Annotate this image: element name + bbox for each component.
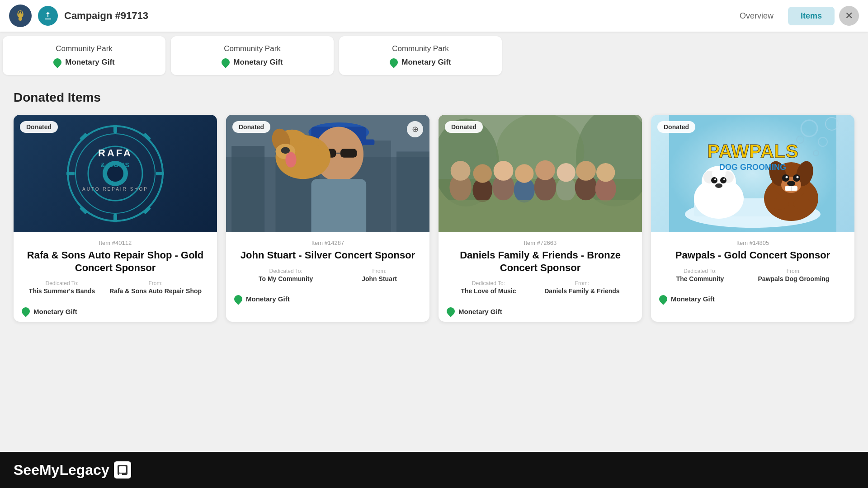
top-card-3: Community Park Monetary Gift: [339, 36, 502, 75]
pin-icon-3: [388, 56, 399, 68]
svg-point-49: [473, 164, 492, 183]
pin-icon-footer-1: [20, 305, 31, 317]
item-meta-2: Dedicated To: To My Community From: John…: [234, 268, 421, 282]
svg-point-51: [494, 161, 514, 181]
items-grid: RAFA & SONS AUTO REPAIR SHOP Donated Ite…: [14, 115, 854, 322]
top-card-3-location: Community Park: [392, 44, 449, 53]
item-body-2: Item #14287 John Stuart - Silver Concert…: [226, 232, 429, 291]
item-card-1[interactable]: RAFA & SONS AUTO REPAIR SHOP Donated Ite…: [14, 115, 217, 322]
svg-point-100: [771, 198, 789, 210]
svg-point-40: [285, 152, 296, 168]
item-name-1: Rafa & Sons Auto Repair Shop - Gold Conc…: [22, 249, 209, 274]
header-left: Campaign #91713: [9, 5, 148, 27]
main-content: Donated Items: [0, 80, 868, 331]
svg-point-83: [714, 178, 716, 180]
svg-point-87: [722, 197, 738, 208]
top-card-1: Community Park Monetary Gift: [3, 36, 165, 75]
pin-icon-footer-4: [657, 293, 669, 305]
svg-point-55: [535, 160, 555, 180]
svg-point-101: [793, 198, 811, 210]
top-card-2-gift: Monetary Gift: [222, 58, 283, 67]
item-number-1: Item #40112: [22, 239, 209, 246]
svg-rect-26: [396, 151, 429, 232]
svg-point-47: [451, 161, 471, 181]
brand-icon: [114, 461, 131, 479]
svg-point-96: [797, 176, 799, 178]
svg-point-57: [557, 163, 575, 182]
item-name-2: John Stuart - Silver Concert Sponsor: [234, 249, 421, 262]
item-image-wrap-3: Donated: [439, 115, 642, 232]
move-icon-2[interactable]: ⊕: [407, 121, 423, 137]
header-nav: Overview Items ✕: [727, 6, 859, 26]
top-cards-strip: Community Park Monetary Gift Community P…: [0, 32, 868, 80]
item-number-2: Item #14287: [234, 239, 421, 246]
svg-point-61: [596, 163, 615, 182]
item-footer-3: Monetary Gift: [439, 303, 642, 322]
item-card-3[interactable]: Donated Item #72663 Daniels Family & Fri…: [439, 115, 642, 322]
svg-point-82: [720, 177, 726, 183]
item-number-3: Item #72663: [447, 239, 634, 246]
svg-text:DOG GROOMING: DOG GROOMING: [719, 163, 786, 172]
svg-point-59: [576, 161, 596, 181]
svg-text:PAWPALS: PAWPALS: [707, 141, 798, 162]
upload-button[interactable]: [38, 6, 58, 26]
item-body-3: Item #72663 Daniels Family & Friends - B…: [439, 232, 642, 303]
svg-rect-8: [66, 172, 75, 175]
donated-badge-2: Donated: [232, 121, 270, 133]
item-footer-2: Monetary Gift: [226, 291, 429, 310]
donated-badge-3: Donated: [445, 121, 483, 133]
svg-rect-106: [119, 466, 126, 473]
svg-point-39: [281, 147, 290, 154]
svg-point-95: [786, 176, 788, 178]
svg-point-97: [787, 181, 795, 186]
campaign-title: Campaign #91713: [64, 10, 148, 22]
item-meta-3: Dedicated To: The Love of Music From: Da…: [447, 280, 634, 295]
item-name-4: Pawpals - Gold Concert Sponsor: [659, 249, 846, 262]
pin-icon-footer-3: [445, 305, 456, 317]
svg-rect-9: [156, 172, 164, 175]
svg-rect-34: [311, 179, 367, 232]
item-card-2[interactable]: Donated ⊕ Item #14287 John Stuart - Silv…: [226, 115, 429, 322]
svg-point-86: [699, 197, 716, 208]
item-meta-4: Dedicated To: The Community From: Pawpal…: [659, 268, 846, 282]
pin-icon-1: [52, 56, 63, 68]
item-image-wrap-1: RAFA & SONS AUTO REPAIR SHOP Donated: [14, 115, 217, 232]
brand-name: SeeMyLegacy: [14, 462, 109, 479]
svg-rect-23: [231, 146, 264, 232]
svg-point-4: [19, 17, 23, 21]
header: Campaign #91713 Overview Items ✕: [0, 0, 868, 32]
item-image-wrap-4: PAWPALS DOG GROOMING Donated: [651, 115, 854, 232]
svg-text:AUTO REPAIR SHOP: AUTO REPAIR SHOP: [82, 187, 148, 192]
item-footer-4: Monetary Gift: [651, 291, 854, 310]
donated-badge-4: Donated: [657, 121, 695, 133]
item-card-4[interactable]: PAWPALS DOG GROOMING Donated Item #14805…: [651, 115, 854, 322]
item-name-3: Daniels Family & Friends - Bronze Concer…: [447, 249, 634, 274]
item-body-1: Item #40112 Rafa & Sons Auto Repair Shop…: [14, 232, 217, 303]
svg-point-84: [723, 178, 725, 180]
svg-point-85: [715, 183, 722, 188]
svg-point-53: [515, 164, 533, 183]
bottom-bar: SeeMyLegacy: [0, 452, 868, 488]
item-footer-1: Monetary Gift: [14, 303, 217, 322]
svg-text:& SONS: & SONS: [100, 161, 130, 169]
item-image-wrap-2: Donated ⊕: [226, 115, 429, 232]
top-card-2: Community Park Monetary Gift: [171, 36, 334, 75]
svg-rect-32: [340, 149, 357, 157]
brand-logo: SeeMyLegacy: [14, 461, 131, 479]
svg-rect-107: [119, 474, 122, 475]
top-card-1-gift: Monetary Gift: [53, 58, 115, 67]
items-tab[interactable]: Items: [788, 7, 835, 25]
svg-point-93: [782, 174, 789, 182]
close-button[interactable]: ✕: [839, 6, 859, 26]
pin-icon-2: [220, 56, 231, 68]
svg-rect-62: [439, 200, 642, 232]
pin-icon-footer-2: [232, 293, 244, 305]
top-card-3-gift: Monetary Gift: [390, 58, 451, 67]
svg-point-81: [711, 177, 717, 183]
top-card-1-location: Community Park: [56, 44, 113, 53]
donated-badge-1: Donated: [20, 121, 58, 133]
overview-tab[interactable]: Overview: [727, 7, 786, 25]
svg-text:RAFA: RAFA: [98, 147, 132, 159]
svg-rect-6: [113, 125, 117, 133]
item-meta-1: Dedicated To: This Summer's Bands From: …: [22, 280, 209, 295]
